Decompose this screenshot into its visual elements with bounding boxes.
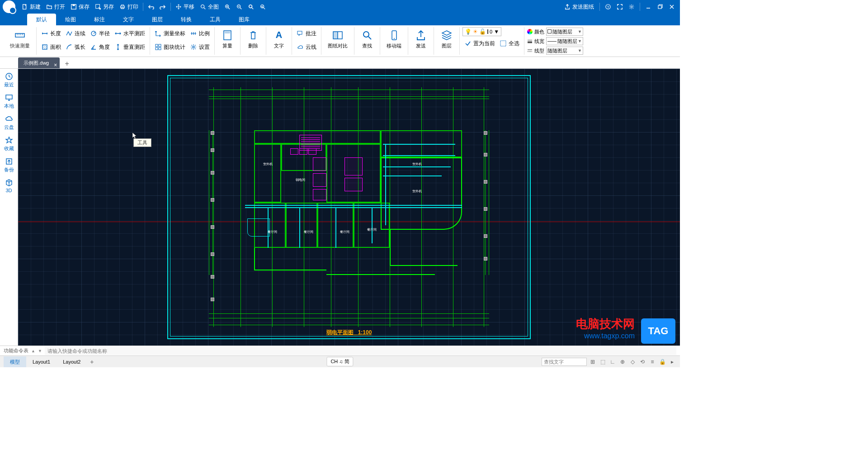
annotate-icon xyxy=(297,30,304,37)
arc-button[interactable]: 弧长 xyxy=(64,41,87,53)
save-button[interactable]: 保存 xyxy=(68,1,92,12)
delete-button[interactable]: 删除 xyxy=(243,27,263,51)
ratio-button[interactable]: 比例 xyxy=(188,27,212,40)
status-grid-icon[interactable]: ⊞ xyxy=(589,358,597,366)
status-ortho-icon[interactable]: ∟ xyxy=(609,358,617,366)
title-bar: 新建 打开 保存 另存 打印 平移 全图 发送图纸 ? xyxy=(0,0,680,14)
search-input[interactable] xyxy=(542,358,587,366)
layout-tab-2[interactable]: Layout2 xyxy=(57,356,87,367)
fullview-button[interactable]: 全图 xyxy=(197,1,222,12)
fullscreen-button[interactable] xyxy=(614,1,625,12)
minimize-icon xyxy=(646,4,651,9)
command-input[interactable] xyxy=(45,347,676,355)
close-button[interactable] xyxy=(666,1,677,12)
select-all-button[interactable]: 全选 xyxy=(498,37,521,50)
layer-selector[interactable]: 💡 ☀ 🔓 0 ▼ xyxy=(462,27,501,36)
text-button[interactable]: A文字 xyxy=(269,27,289,51)
menu-tab-library[interactable]: 图库 xyxy=(230,14,259,25)
menu-tab-text[interactable]: 文字 xyxy=(114,14,143,25)
status-lw-icon[interactable]: ≡ xyxy=(648,358,656,366)
add-tab-button[interactable]: + xyxy=(62,59,71,68)
svg-point-33 xyxy=(394,38,395,39)
maximize-button[interactable] xyxy=(655,1,665,12)
mobile-icon xyxy=(388,29,401,42)
status-snap-icon[interactable]: ⬚ xyxy=(599,358,607,366)
sidebar-backup[interactable]: 备份 xyxy=(4,157,14,173)
quick-measure-button[interactable]: 快速测量 xyxy=(6,27,33,51)
vdist-button[interactable]: 垂直测距 xyxy=(113,41,147,53)
backup-icon xyxy=(5,157,13,166)
sidebar-local[interactable]: 本地 xyxy=(4,94,14,109)
layout-tab-1[interactable]: Layout1 xyxy=(26,356,57,367)
gear-icon xyxy=(628,4,635,10)
saveas-button[interactable]: 另存 xyxy=(92,1,117,12)
lightbulb-icon: 💡 xyxy=(465,28,472,35)
zoom-in-button[interactable] xyxy=(222,1,233,12)
sidebar-3d[interactable]: 3D xyxy=(5,179,13,193)
print-icon xyxy=(119,4,126,10)
angle-button[interactable]: 角度 xyxy=(88,41,112,53)
minimize-button[interactable] xyxy=(643,1,654,12)
sidebar-favorite[interactable]: 收藏 xyxy=(4,136,14,152)
settings-ribbon-button[interactable]: 设置 xyxy=(188,41,212,53)
pan-button[interactable]: 平移 xyxy=(173,1,197,12)
send-drawing-button[interactable]: 发送图纸 xyxy=(561,1,597,12)
blockstat-icon xyxy=(155,43,162,51)
coord-button[interactable]: 测量坐标 xyxy=(153,27,187,40)
calc-button[interactable]: 算量 xyxy=(217,27,237,51)
status-polar-icon[interactable]: ⊕ xyxy=(618,358,627,366)
chevron-down-icon[interactable]: ▼ xyxy=(38,349,42,353)
redo-button[interactable] xyxy=(157,1,169,12)
menu-tab-annotate[interactable]: 标注 xyxy=(85,14,114,25)
area-button[interactable]: 面积 xyxy=(39,41,63,53)
status-osnap-icon[interactable]: ◇ xyxy=(628,358,637,366)
print-button[interactable]: 打印 xyxy=(117,1,141,12)
annotate-button[interactable]: 批注 xyxy=(295,27,318,40)
linetype-select[interactable]: 随随图层▼ xyxy=(546,47,583,55)
menu-tab-draw[interactable]: 绘图 xyxy=(56,14,85,25)
continuous-button[interactable]: 连续 xyxy=(64,27,87,40)
layers-icon xyxy=(440,29,453,42)
lt-label: 线型 xyxy=(534,47,544,54)
radius-button[interactable]: 半径 xyxy=(88,27,112,40)
cloud-line-icon xyxy=(297,43,304,51)
new-button[interactable]: 新建 xyxy=(19,1,43,12)
zoom-out-button[interactable] xyxy=(233,1,245,12)
menu-tab-convert[interactable]: 转换 xyxy=(172,14,201,25)
lineweight-select[interactable]: 随随图层▼ xyxy=(546,37,583,45)
open-button[interactable]: 打开 xyxy=(43,1,68,12)
length-button[interactable]: 长度 xyxy=(39,27,63,40)
menu-tab-layer[interactable]: 图层 xyxy=(143,14,172,25)
set-current-button[interactable]: 置为当前 xyxy=(462,37,497,50)
chevron-up-icon[interactable]: ▲ xyxy=(31,349,35,353)
sidebar-recent[interactable]: 最近 xyxy=(4,72,14,88)
zoom-prev-button[interactable] xyxy=(257,1,269,12)
zoom-prev-icon xyxy=(259,4,266,10)
sidebar-cloud[interactable]: 云盘 xyxy=(4,115,14,131)
drawing-canvas[interactable]: 室外机 餐厅间 餐厅间 餐厅间 餐厅间 室外机 室外机 弱电间 弱电平面图 1:… xyxy=(18,69,680,346)
drawing-content: 室外机 餐厅间 餐厅间 餐厅间 餐厅间 室外机 室外机 弱电间 弱电平面图 1:… xyxy=(164,71,534,343)
mobile-button[interactable]: 移动端 xyxy=(383,27,405,51)
add-layout-button[interactable]: + xyxy=(87,358,97,365)
file-tab[interactable]: 示例图.dwg× xyxy=(18,57,60,68)
status-track-icon[interactable]: ⟲ xyxy=(638,358,646,366)
color-select[interactable]: 随随图层▼ xyxy=(546,28,583,36)
send-button[interactable]: 发送 xyxy=(411,27,431,51)
layout-tab-model[interactable]: 模型 xyxy=(4,356,26,367)
ime-indicator[interactable]: CH ♫ 简 xyxy=(326,357,353,366)
find-button[interactable]: 查找 xyxy=(357,27,377,51)
layers-button[interactable]: 图层 xyxy=(437,27,457,51)
menu-tab-tools[interactable]: 工具 xyxy=(201,14,230,25)
blockstat-button[interactable]: 图块统计 xyxy=(153,41,187,53)
status-lock-icon[interactable]: 🔒 xyxy=(658,358,666,366)
undo-button[interactable] xyxy=(145,1,157,12)
settings-button[interactable] xyxy=(626,1,637,12)
menu-tab-default[interactable]: 默认 xyxy=(27,14,56,25)
status-more-icon[interactable]: ▸ xyxy=(668,358,676,366)
hdist-button[interactable]: 水平测距 xyxy=(113,27,147,40)
svg-rect-5 xyxy=(121,5,123,6)
help-button[interactable]: ? xyxy=(603,1,613,12)
compare-button[interactable]: 图纸对比 xyxy=(324,27,351,51)
zoom-window-button[interactable] xyxy=(245,1,257,12)
cloud-button[interactable]: 云线 xyxy=(295,41,318,53)
